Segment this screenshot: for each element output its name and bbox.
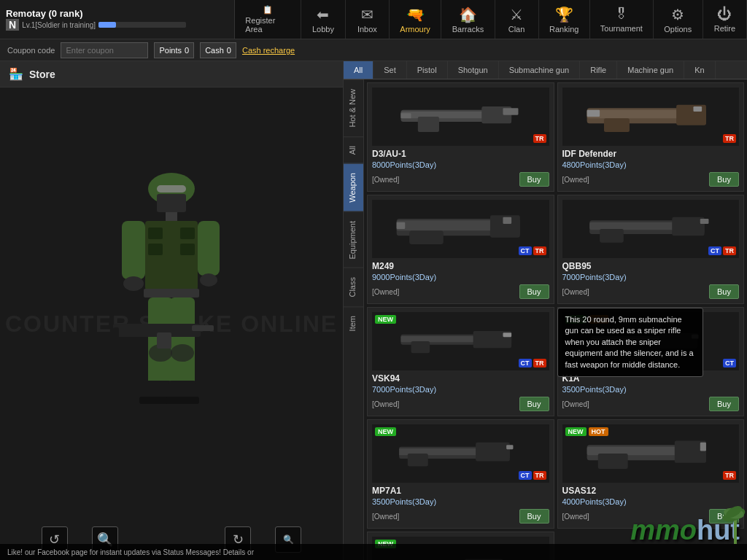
svg-rect-27 <box>401 112 487 118</box>
item-usas12-price: 4000Points(3Day) <box>562 497 740 506</box>
cash-recharge-button[interactable]: Cash recharge <box>242 46 295 55</box>
item-qbb95-buy-button[interactable]: Buy <box>709 284 739 299</box>
tab-submachine[interactable]: Submachine gun <box>499 61 581 79</box>
svg-rect-30 <box>503 108 519 114</box>
tab-rifle[interactable]: Rifle <box>580 61 617 79</box>
tab-kn[interactable]: Kn <box>684 61 715 79</box>
svg-rect-67 <box>597 454 627 469</box>
points-box: Points 0 <box>154 42 194 58</box>
item-qbb95[interactable]: CT TR QBB95 7000Points(3Day) [Owned] Buy <box>557 195 745 304</box>
tab-set[interactable]: Set <box>374 61 407 79</box>
nav-inbox-label: Inbox <box>357 25 377 34</box>
svg-rect-7 <box>148 244 163 255</box>
svg-rect-53 <box>503 332 512 337</box>
svg-rect-5 <box>148 228 163 239</box>
item-idf-buy-button[interactable]: Buy <box>709 172 739 187</box>
nav-options-label: Options <box>664 25 692 34</box>
badge-tr: TR <box>533 359 546 368</box>
nav-inbox[interactable]: ✉ Inbox <box>346 0 390 39</box>
item-qbb95-owned: [Owned] <box>562 288 589 296</box>
svg-rect-29 <box>418 117 439 132</box>
sidetab-class[interactable]: Class <box>344 268 363 306</box>
sidetab-all[interactable]: All <box>344 136 363 163</box>
item-usas12-buy-button[interactable]: Buy <box>709 509 739 524</box>
nav-barracks[interactable]: 🏠 Barracks <box>441 0 495 39</box>
svg-rect-15 <box>170 298 195 385</box>
user-name: Remotay (0 rank) <box>6 8 228 19</box>
svg-rect-9 <box>144 289 199 298</box>
hot-badge: HOT <box>589 427 608 436</box>
item-d3au1-image: TR <box>372 88 549 146</box>
nav-barracks-label: Barracks <box>452 25 484 34</box>
item-k1a-owned: [Owned] <box>562 400 589 408</box>
item-mp7a1-buy-button[interactable]: Buy <box>519 509 549 524</box>
item-k1a-buy-button[interactable]: Buy <box>709 397 739 411</box>
svg-rect-47 <box>600 229 624 243</box>
nav-tournament-label: Tournament <box>600 24 643 33</box>
nav-lobby[interactable]: ⬅ Lobby <box>301 0 346 39</box>
item-d3au1-buy-button[interactable]: Buy <box>519 172 549 187</box>
nav-lobby-label: Lobby <box>312 25 334 34</box>
second-bar: Coupon code Points 0 Cash 0 Cash recharg… <box>0 39 747 61</box>
new-badge: NEW <box>375 315 396 324</box>
item-vsk94-buy-button[interactable]: Buy <box>519 397 549 411</box>
nav-clan-label: Clan <box>508 25 525 34</box>
item-m249[interactable]: CT TR M249 9000Points(3Day) [Owned] Buy <box>367 195 554 304</box>
nav-retire[interactable]: ⏻ Retire <box>703 0 747 39</box>
coupon-input[interactable] <box>61 42 148 58</box>
item-idf-defender[interactable]: TR IDF Defender 4800Points(3Day) [Owned]… <box>557 82 745 192</box>
sidetab-weapon[interactable]: Weapon <box>344 163 363 211</box>
item-vsk94-owned: [Owned] <box>372 400 399 408</box>
register-area[interactable]: 📋 Register Area <box>235 0 301 39</box>
svg-rect-50 <box>401 336 478 342</box>
item-mp7a1[interactable]: NEW CT TR MP7A1 3500 <box>367 419 554 529</box>
svg-rect-52 <box>411 341 430 353</box>
svg-point-12 <box>123 276 144 291</box>
lobby-icon: ⬅ <box>317 6 329 23</box>
item-usas12[interactable]: NEW HOT TR USAS12 40 <box>557 419 745 529</box>
item-vsk94-image: NEW CT TR <box>372 312 549 370</box>
item-usas12-name: USAS12 <box>562 486 740 496</box>
svg-rect-62 <box>408 454 428 467</box>
svg-point-17 <box>171 344 194 362</box>
item-tooltip: This 20 round, 9mm submachine gun can be… <box>557 308 703 377</box>
svg-rect-21 <box>166 397 199 404</box>
nav-tournament[interactable]: 🎖 Tournament <box>590 0 654 39</box>
item-vsk94-name: VSK94 <box>372 373 549 384</box>
tab-all[interactable]: All <box>344 61 374 79</box>
nav-armoury[interactable]: 🔫 Armoury <box>390 0 441 39</box>
nav-clan[interactable]: ⚔ Clan <box>495 0 539 39</box>
svg-rect-42 <box>503 217 512 224</box>
tab-machine[interactable]: Machine gun <box>617 61 684 79</box>
new-badge: NEW <box>375 427 396 436</box>
new-badge: NEW <box>565 427 587 436</box>
sidetab-hot-new[interactable]: Hot & New <box>344 79 363 136</box>
tab-shotgun[interactable]: Shotgun <box>448 61 499 79</box>
nav-items: 📋 Register Area ⬅ Lobby ✉ Inbox 🔫 Armour… <box>235 0 747 39</box>
badge-tr: TR <box>533 471 546 480</box>
svg-rect-45 <box>589 222 675 230</box>
item-d3au1-footer: [Owned] Buy <box>372 172 549 187</box>
item-m249-buy-button[interactable]: Buy <box>519 284 549 299</box>
sidetab-equipment[interactable]: Equipment <box>344 211 363 268</box>
barracks-icon: 🏠 <box>459 6 477 23</box>
nav-options[interactable]: ⚙ Options <box>654 0 703 39</box>
item-mp7a1-owned: [Owned] <box>372 513 399 521</box>
svg-rect-6 <box>180 228 195 239</box>
user-panel: Remotay (0 rank) N Lv.1[Soldier in train… <box>0 0 235 39</box>
points-value: 0 <box>185 46 189 55</box>
badge-tr: TR <box>533 246 546 255</box>
sidetab-item[interactable]: Item <box>344 306 363 340</box>
svg-rect-48 <box>700 219 708 224</box>
items-area[interactable]: TR D3/AU-1 8000Points(3Day) [Owned] Buy <box>364 79 747 560</box>
tab-pistol[interactable]: Pistol <box>407 61 448 79</box>
clan-icon: ⚔ <box>510 6 523 23</box>
svg-rect-61 <box>476 443 510 462</box>
nav-ranking[interactable]: 🏆 Ranking <box>539 0 590 39</box>
rank-badge: N <box>6 19 19 31</box>
item-idf-price: 4800Points(3Day) <box>562 160 740 169</box>
item-usas12-footer: [Owned] Buy <box>562 509 740 524</box>
item-m249-footer: [Owned] Buy <box>372 284 549 299</box>
item-d3au1[interactable]: TR D3/AU-1 8000Points(3Day) [Owned] Buy <box>367 82 554 192</box>
item-vsk94[interactable]: NEW CT TR <box>367 307 554 416</box>
